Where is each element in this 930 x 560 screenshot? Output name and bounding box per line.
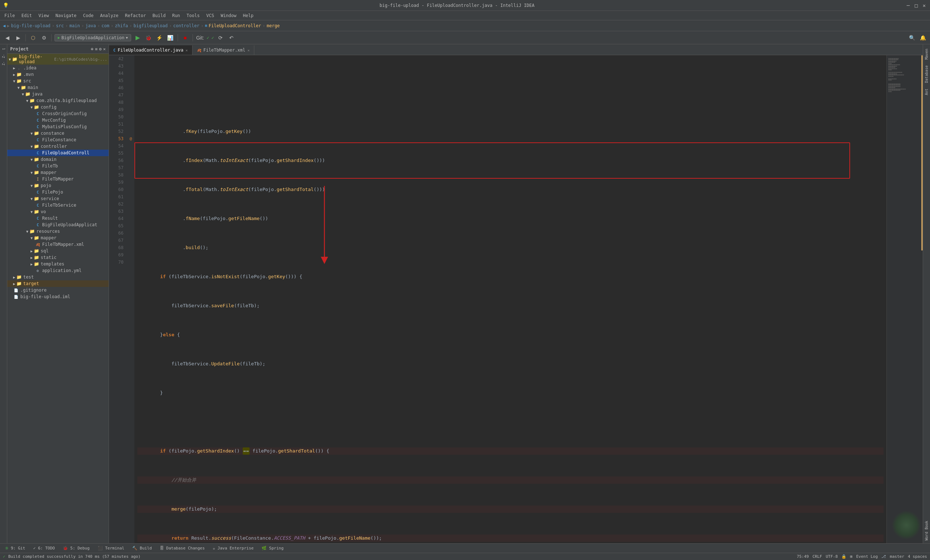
tree-filetbmapper[interactable]: I FileTbMapper [7,176,109,182]
nav-back-icon[interactable]: ◀ [3,23,5,28]
left-icon-1[interactable]: 1 [0,46,7,52]
right-tab-ant[interactable]: Ant [924,86,929,98]
status-position[interactable]: 75:49 [797,554,809,559]
tree-filetb[interactable]: C FileTb [7,163,109,169]
tree-filepojo[interactable]: C FilePojo [7,189,109,195]
nav-filename[interactable]: FileUploadController [208,23,261,28]
nav-com[interactable]: com [102,23,109,28]
status-encoding[interactable]: UTF-8 [826,554,838,559]
toolbar-btn-1[interactable]: ◀ [3,34,12,42]
left-icon-2[interactable]: Z- [0,53,7,60]
tree-test[interactable]: ▶ 📁 test [7,274,109,280]
nav-forward-icon[interactable]: ▶ [7,23,9,28]
menu-file[interactable]: File [2,12,18,19]
tree-fileuploadcontroller[interactable]: C FileUploadControll [7,150,109,156]
git-button[interactable]: Git: [196,34,205,42]
bottom-tab-git[interactable]: ⑨ 9: Git [2,545,29,551]
tree-package[interactable]: ▼ 📁 com.zhifa.bigfileupload [7,97,109,104]
code-content[interactable]: .fKey(filePojo.getKey()) .fIndex(Math.to… [134,55,886,543]
tree-idea[interactable]: ▶ . .idea [7,65,109,71]
tree-pojo[interactable]: ▼ 📁 pojo [7,182,109,189]
tree-result[interactable]: C Result [7,215,109,222]
tree-constance[interactable]: ▼ 📁 constance [7,130,109,137]
menu-refactor[interactable]: Refactor [122,12,149,19]
right-tab-maven[interactable]: Maven [924,46,929,63]
tree-src[interactable]: ▼ 📁 src [7,78,109,84]
tree-filetbmapperxml[interactable]: 🍂 FileTbMapper.xml [7,241,109,248]
tree-vo[interactable]: ▼ 📁 vo [7,208,109,215]
menu-view[interactable]: View [35,12,52,19]
code-editor[interactable]: 42 43 44 45 46 47 48 49 50 51 52 53 54 5… [109,55,923,543]
tab-close-1[interactable]: ✕ [186,48,188,52]
close-button[interactable]: ✕ [921,3,927,8]
settings-button[interactable]: ⚙ [40,34,48,42]
status-line-ending[interactable]: CRLF [812,554,822,559]
menu-navigate[interactable]: Navigate [53,12,80,19]
menu-build[interactable]: Build [150,12,169,19]
git-rollback[interactable]: ↶ [227,34,236,42]
nav-controller[interactable]: controller [173,23,199,28]
right-tab-database[interactable]: Database [924,63,929,86]
menu-code[interactable]: Code [80,12,97,19]
coverage-button[interactable]: ⚡ [155,34,164,42]
debug-button[interactable]: 🐞 [144,34,153,42]
tree-java[interactable]: ▼ 📁 java [7,91,109,97]
search-everywhere[interactable]: 🔍 [907,34,916,42]
tree-mapper[interactable]: ▼ 📁 mapper [7,169,109,176]
notifications[interactable]: 🔔 [918,34,927,42]
tree-crossorigin[interactable]: C CrossOriginConfig [7,111,109,117]
tree-domain[interactable]: ▼ 📁 domain [7,156,109,163]
bottom-tab-build[interactable]: 🔨 Build [129,545,156,551]
tree-filetbservice[interactable]: C FileTbService [7,202,109,208]
nav-zhifa[interactable]: zhifa [115,23,128,28]
tree-mvn[interactable]: ▶ 📁 .mvn [7,71,109,78]
nav-java[interactable]: java [85,23,96,28]
project-action-1[interactable]: ⊕ [91,46,93,52]
tree-appyml[interactable]: ⚙ application.yml [7,267,109,274]
menu-edit[interactable]: Edit [18,12,35,19]
tree-target[interactable]: ▶ 📁 target [7,280,109,287]
toolbar-btn-2[interactable]: ▶ [14,34,23,42]
nav-project[interactable]: big-file-upload [11,23,50,28]
git-update[interactable]: ⟳ [216,34,225,42]
tree-mybatisconfig[interactable]: C MybatisPlusConfig [7,123,109,130]
project-structure-button[interactable]: ⬡ [29,34,37,42]
tab-fileuploadcontroller[interactable]: C FileUploadController.java ✕ [109,45,192,55]
tree-main[interactable]: ▼ 📁 main [7,84,109,91]
status-spaces[interactable]: 4 spaces [908,554,927,559]
run-config-selector[interactable]: ▶ BigFileUploadApplication ▼ [54,34,131,42]
tree-bigfileupload-app[interactable]: C BigFileUploadApplicat [7,222,109,228]
tab-close-2[interactable]: ✕ [247,48,249,52]
bottom-tab-todo[interactable]: ✓ 6: TODO [29,545,59,551]
project-action-4[interactable]: ✕ [103,46,106,52]
menu-tools[interactable]: Tools [184,12,203,19]
menu-run[interactable]: Run [169,12,183,19]
tree-fileconstance[interactable]: C FileConstance [7,137,109,143]
tree-service[interactable]: ▼ 📁 service [7,195,109,202]
status-event-log[interactable]: Event Log [856,554,878,559]
status-branch[interactable]: master [890,554,904,559]
left-icon-3[interactable]: Z- [0,60,7,67]
nav-src[interactable]: src [56,23,64,28]
bottom-tab-dbchanges[interactable]: 🗄 Database Changes [156,545,208,551]
nav-method[interactable]: merge [266,23,280,28]
tree-iml[interactable]: 📄 big-file-upload.iml [7,294,109,300]
tree-root[interactable]: ▼ 📁 big-file-upload E:\gitHubCodes\big-.… [7,54,109,65]
minimap-scrollbar[interactable] [921,55,923,251]
nav-bigfileupload[interactable]: bigfileupload [134,23,168,28]
bottom-tab-debug[interactable]: 🐞 5: Debug [59,545,93,551]
tree-static[interactable]: ▶ 📁 static [7,254,109,261]
nav-main[interactable]: main [69,23,80,28]
tree-config[interactable]: ▼ 📁 config [7,104,109,111]
tree-gitignore[interactable]: 📄 .gitignore [7,287,109,294]
tree-resources[interactable]: ▼ 📁 resources [7,228,109,235]
project-action-3[interactable]: ⚙ [99,46,102,52]
bottom-tab-spring[interactable]: 🌿 Spring [258,545,287,551]
tree-controller[interactable]: ▼ 📁 controller [7,143,109,150]
tree-sql[interactable]: ▶ 📁 sql [7,248,109,254]
tree-templates[interactable]: ▶ 📁 templates [7,261,109,267]
project-action-2[interactable]: ≡ [95,46,97,52]
right-tab-wordbook[interactable]: Word Book [924,518,929,543]
minimize-button[interactable]: ─ [905,3,911,8]
maximize-button[interactable]: □ [913,3,919,8]
